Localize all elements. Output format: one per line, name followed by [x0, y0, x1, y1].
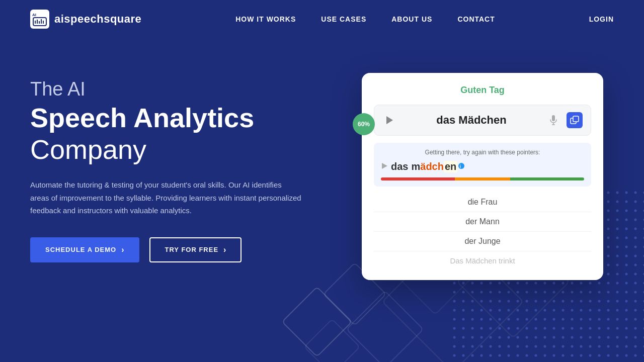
hero-subtitle: The AI	[30, 78, 351, 101]
progress-green	[510, 177, 584, 180]
nav-how-it-works[interactable]: HOW IT WORKS	[235, 15, 296, 23]
logo[interactable]: AI aispeechsquare	[30, 10, 141, 29]
arrow-icon: ›	[121, 245, 124, 254]
nav-links: HOW IT WORKS USE CASES ABOUT US CONTACT	[235, 15, 495, 24]
progress-orange	[455, 177, 510, 180]
phoneme-row: das mädchen i	[381, 161, 584, 172]
cube-button[interactable]	[567, 112, 583, 128]
word-part-highlighted: ädch	[420, 161, 444, 172]
hero-title2: Company	[30, 135, 351, 164]
phoneme-play-button[interactable]	[381, 162, 388, 171]
play-button[interactable]	[382, 113, 396, 127]
list-item-1[interactable]: der Mann	[374, 212, 591, 232]
word-part-maedch: m	[411, 161, 420, 172]
progress-red	[381, 177, 455, 180]
pronunciation-progress-bar	[381, 177, 584, 180]
speech-card: 60% Guten Tag das Mädchen	[362, 73, 603, 280]
hero-left: The AI Speech Analytics Company Automate…	[30, 68, 351, 262]
feedback-hint: Getting there, try again with these poin…	[381, 149, 584, 156]
arrow-icon-2: ›	[223, 245, 226, 254]
nav-use-cases[interactable]: USE CASES	[321, 15, 366, 23]
logo-icon: AI	[30, 10, 49, 29]
card-greeting: Guten Tag	[374, 85, 591, 96]
card-main-word: das Mädchen	[403, 114, 540, 127]
hero-section: The AI Speech Analytics Company Automate…	[0, 38, 644, 362]
schedule-demo-button[interactable]: SCHEDULE A DEMO ›	[30, 237, 139, 262]
navbar: AI aispeechsquare HOW IT WORKS USE CASES…	[0, 0, 644, 38]
svg-text:i: i	[460, 164, 461, 169]
list-item-2[interactable]: der Junge	[374, 232, 591, 251]
logo-text: aispeechsquare	[54, 13, 141, 26]
list-item-faded: Das Mädchen trinkt	[374, 251, 591, 270]
hero-title: Speech Analytics	[30, 103, 351, 133]
syllable-mark-icon: i	[458, 162, 465, 171]
word-part-en: en	[444, 161, 457, 172]
microphone-button[interactable]	[546, 113, 560, 127]
word-parts: das mädchen i	[391, 161, 465, 172]
login-button[interactable]: LOGIN	[589, 15, 614, 23]
svg-marker-10	[386, 116, 393, 124]
svg-rect-11	[552, 115, 555, 121]
word-part-das: das	[391, 161, 408, 172]
nav-contact[interactable]: CONTACT	[457, 15, 495, 23]
card-audio-row: das Mädchen	[374, 105, 591, 136]
hero-right: 60% Guten Tag das Mädchen	[351, 68, 614, 280]
feedback-box: Getting there, try again with these poin…	[374, 143, 591, 187]
hero-description: Automate the tutoring & testing of your …	[30, 178, 302, 217]
svg-text:AI: AI	[32, 13, 36, 17]
nav-about-us[interactable]: ABOUT US	[391, 15, 432, 23]
try-free-button[interactable]: TRY FOR FREE ›	[149, 237, 242, 262]
list-item-0[interactable]: die Frau	[374, 193, 591, 212]
svg-marker-16	[382, 163, 387, 169]
score-badge: 60%	[353, 113, 375, 135]
svg-rect-15	[573, 116, 579, 122]
hero-buttons: SCHEDULE A DEMO › TRY FOR FREE ›	[30, 237, 351, 262]
